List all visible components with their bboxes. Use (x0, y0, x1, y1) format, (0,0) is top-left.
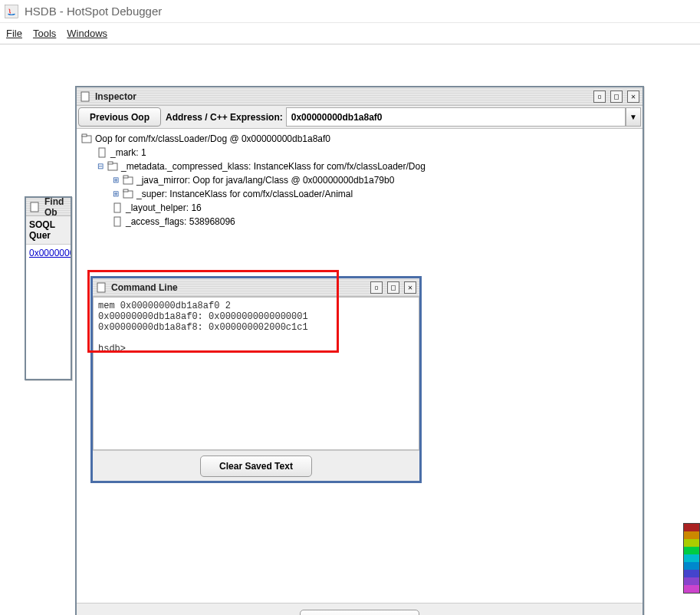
command-line-panel: Command Line ▫ □ ✕ mem 0x00000000db1a8af… (90, 276, 422, 483)
address-expression-label: Address / C++ Expression: (163, 106, 286, 128)
page-icon (29, 202, 40, 212)
tree-node-layout-helper[interactable]: _layout_helper: 16 (81, 201, 638, 215)
expand-handle-icon[interactable]: ⊞ (112, 176, 120, 184)
inspector-footer: Compute Liveness (77, 603, 642, 615)
command-line-output[interactable]: mem 0x00000000db1a8af0 2 0x00000000db1a8… (93, 297, 419, 450)
oop-link[interactable]: 0x00000000 (29, 248, 71, 258)
window-titlebar: HSDB - HotSpot Debugger (0, 0, 700, 23)
svg-rect-7 (108, 162, 113, 164)
color-gutter (683, 523, 700, 594)
tree-node-super[interactable]: ⊞ _super: InstanceKlass for com/fx/class… (81, 187, 638, 201)
svg-rect-9 (123, 176, 128, 178)
maximize-icon[interactable]: □ (610, 90, 623, 103)
soql-query-label: SOQL Quer (26, 216, 71, 245)
expand-handle-icon[interactable]: ⊞ (112, 190, 120, 198)
close-icon[interactable]: ✕ (404, 281, 416, 294)
svg-rect-12 (114, 203, 120, 212)
svg-rect-1 (31, 202, 38, 212)
file-icon (112, 216, 123, 227)
svg-rect-13 (114, 217, 120, 226)
tree-node-mark[interactable]: _mark: 1 (81, 146, 638, 160)
page-icon (80, 91, 90, 102)
expand-handle-icon[interactable]: ⊟ (97, 163, 104, 170)
clear-saved-text-button[interactable]: Clear Saved Text (200, 455, 312, 477)
menu-tools[interactable]: Tools (33, 28, 56, 39)
menu-windows[interactable]: Windows (67, 28, 107, 39)
svg-rect-14 (97, 283, 105, 292)
folder-icon (123, 175, 133, 186)
address-input[interactable] (286, 107, 626, 127)
tree-node-access-flags[interactable]: _access_flags: 538968096 (81, 215, 638, 229)
tree-node-java-mirror[interactable]: ⊞ _java_mirror: Oop for java/lang/Class … (81, 173, 638, 187)
command-line-title: Command Line (111, 282, 366, 293)
tree-node-metadata[interactable]: ⊟ _metadata._compressed_klass: InstanceK… (81, 160, 638, 173)
previous-oop-button[interactable]: Previous Oop (78, 107, 161, 127)
inspector-title: Inspector (95, 91, 589, 102)
close-icon[interactable]: ✕ (627, 90, 639, 103)
svg-rect-4 (82, 134, 87, 136)
java-icon (5, 5, 18, 18)
svg-rect-5 (99, 148, 105, 157)
inspector-toolbar: Previous Oop Address / C++ Expression: ▼ (77, 106, 642, 129)
find-objects-title: Find Ob (44, 196, 67, 218)
inspector-titlebar[interactable]: Inspector ▫ □ ✕ (77, 87, 642, 106)
iconify-icon[interactable]: ▫ (593, 90, 606, 103)
folder-icon (81, 133, 92, 144)
window-title: HSDB - HotSpot Debugger (25, 5, 162, 18)
find-results-list: 0x00000000 (26, 245, 71, 379)
dropdown-icon[interactable]: ▼ (626, 107, 641, 127)
file-icon (112, 202, 123, 213)
svg-rect-0 (5, 5, 18, 18)
svg-rect-2 (81, 92, 89, 101)
file-icon (97, 147, 107, 158)
command-line-titlebar[interactable]: Command Line ▫ □ ✕ (93, 278, 419, 297)
find-objects-titlebar[interactable]: Find Ob (26, 198, 71, 216)
find-objects-panel: Find Ob SOQL Quer 0x00000000 (25, 196, 72, 380)
menu-file[interactable]: File (6, 28, 22, 39)
svg-rect-11 (123, 189, 128, 192)
menubar: File Tools Windows (0, 23, 700, 44)
maximize-icon[interactable]: □ (387, 281, 399, 294)
iconify-icon[interactable]: ▫ (370, 281, 383, 294)
compute-liveness-button[interactable]: Compute Liveness (300, 610, 420, 616)
folder-icon (123, 189, 133, 199)
folder-icon (107, 161, 118, 172)
tree-root[interactable]: Oop for com/fx/classLoader/Dog @ 0x00000… (81, 132, 638, 146)
command-line-footer: Clear Saved Text (93, 450, 419, 481)
workspace: Find Ob SOQL Quer 0x00000000 Inspector ▫… (0, 44, 700, 615)
page-icon (96, 282, 107, 293)
